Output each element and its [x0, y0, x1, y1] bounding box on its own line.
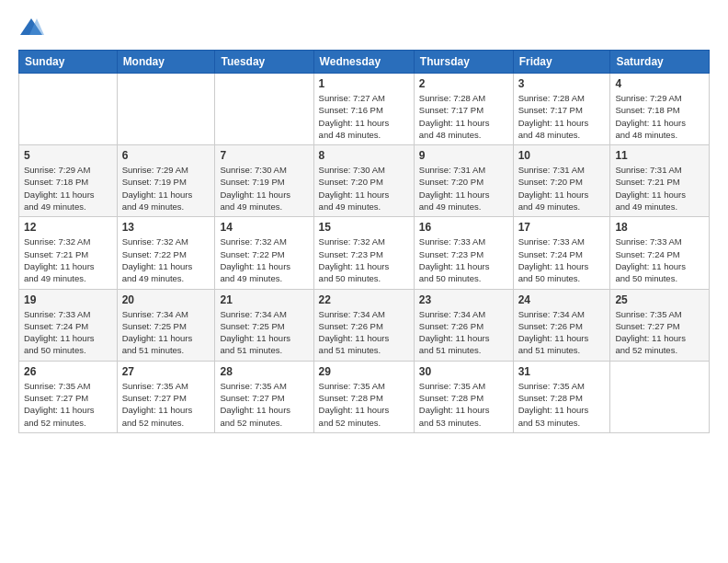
day-number: 6	[122, 149, 210, 162]
day-number: 27	[122, 365, 210, 378]
day-number: 29	[319, 365, 409, 378]
day-info: Sunrise: 7:33 AM Sunset: 7:24 PM Dayligh…	[615, 236, 704, 284]
week-row-4: 19Sunrise: 7:33 AM Sunset: 7:24 PM Dayli…	[19, 289, 710, 361]
day-number: 1	[319, 77, 409, 90]
logo-icon	[18, 15, 44, 40]
col-header-sunday: Sunday	[19, 51, 118, 74]
day-cell: 31Sunrise: 7:35 AM Sunset: 7:28 PM Dayli…	[513, 361, 610, 432]
day-number: 14	[220, 221, 308, 234]
week-row-2: 5Sunrise: 7:29 AM Sunset: 7:18 PM Daylig…	[19, 145, 710, 217]
day-cell: 14Sunrise: 7:32 AM Sunset: 7:22 PM Dayli…	[215, 217, 313, 289]
day-number: 9	[419, 149, 508, 162]
week-row-3: 12Sunrise: 7:32 AM Sunset: 7:21 PM Dayli…	[19, 217, 710, 289]
day-number: 8	[319, 149, 409, 162]
day-number: 26	[24, 365, 112, 378]
day-cell	[19, 74, 118, 145]
day-cell: 30Sunrise: 7:35 AM Sunset: 7:28 PM Dayli…	[414, 361, 513, 432]
day-number: 19	[24, 293, 112, 306]
day-number: 12	[24, 221, 112, 234]
logo	[18, 15, 48, 40]
day-info: Sunrise: 7:34 AM Sunset: 7:26 PM Dayligh…	[419, 308, 508, 357]
day-cell: 18Sunrise: 7:33 AM Sunset: 7:24 PM Dayli…	[610, 217, 710, 289]
day-cell	[610, 361, 710, 432]
day-number: 23	[419, 293, 508, 306]
day-info: Sunrise: 7:34 AM Sunset: 7:26 PM Dayligh…	[518, 308, 606, 357]
day-number: 10	[518, 149, 606, 162]
day-info: Sunrise: 7:33 AM Sunset: 7:24 PM Dayligh…	[518, 236, 606, 284]
day-number: 11	[615, 149, 704, 162]
day-info: Sunrise: 7:27 AM Sunset: 7:16 PM Dayligh…	[319, 92, 409, 141]
day-cell: 28Sunrise: 7:35 AM Sunset: 7:27 PM Dayli…	[215, 361, 313, 432]
day-info: Sunrise: 7:29 AM Sunset: 7:19 PM Dayligh…	[122, 164, 210, 213]
day-cell: 17Sunrise: 7:33 AM Sunset: 7:24 PM Dayli…	[513, 217, 610, 289]
calendar-table: SundayMondayTuesdayWednesdayThursdayFrid…	[18, 50, 710, 433]
day-number: 22	[319, 293, 409, 306]
day-cell: 9Sunrise: 7:31 AM Sunset: 7:20 PM Daylig…	[414, 145, 513, 217]
day-cell: 21Sunrise: 7:34 AM Sunset: 7:25 PM Dayli…	[215, 289, 313, 361]
day-info: Sunrise: 7:29 AM Sunset: 7:18 PM Dayligh…	[615, 92, 704, 141]
day-cell: 3Sunrise: 7:28 AM Sunset: 7:17 PM Daylig…	[513, 74, 610, 145]
day-number: 7	[220, 149, 308, 162]
day-number: 21	[220, 293, 308, 306]
day-cell: 12Sunrise: 7:32 AM Sunset: 7:21 PM Dayli…	[19, 217, 118, 289]
day-cell: 27Sunrise: 7:35 AM Sunset: 7:27 PM Dayli…	[117, 361, 215, 432]
day-cell: 22Sunrise: 7:34 AM Sunset: 7:26 PM Dayli…	[313, 289, 414, 361]
day-number: 18	[615, 221, 704, 234]
day-info: Sunrise: 7:33 AM Sunset: 7:23 PM Dayligh…	[419, 236, 508, 284]
day-cell: 19Sunrise: 7:33 AM Sunset: 7:24 PM Dayli…	[19, 289, 118, 361]
day-number: 25	[615, 293, 704, 306]
day-info: Sunrise: 7:34 AM Sunset: 7:26 PM Dayligh…	[319, 308, 409, 357]
day-cell: 4Sunrise: 7:29 AM Sunset: 7:18 PM Daylig…	[610, 74, 710, 145]
day-number: 17	[518, 221, 606, 234]
col-header-wednesday: Wednesday	[313, 51, 414, 74]
day-info: Sunrise: 7:32 AM Sunset: 7:22 PM Dayligh…	[220, 236, 308, 284]
day-info: Sunrise: 7:33 AM Sunset: 7:24 PM Dayligh…	[24, 308, 112, 357]
day-info: Sunrise: 7:35 AM Sunset: 7:27 PM Dayligh…	[24, 380, 112, 429]
day-info: Sunrise: 7:32 AM Sunset: 7:21 PM Dayligh…	[24, 236, 112, 284]
day-info: Sunrise: 7:32 AM Sunset: 7:22 PM Dayligh…	[122, 236, 210, 284]
page: SundayMondayTuesdayWednesdayThursdayFrid…	[0, 0, 728, 563]
day-cell: 24Sunrise: 7:34 AM Sunset: 7:26 PM Dayli…	[513, 289, 610, 361]
day-number: 13	[122, 221, 210, 234]
header	[18, 15, 710, 40]
day-number: 15	[319, 221, 409, 234]
day-info: Sunrise: 7:35 AM Sunset: 7:28 PM Dayligh…	[419, 380, 508, 429]
day-info: Sunrise: 7:28 AM Sunset: 7:17 PM Dayligh…	[518, 92, 606, 141]
day-info: Sunrise: 7:35 AM Sunset: 7:27 PM Dayligh…	[122, 380, 210, 429]
day-info: Sunrise: 7:30 AM Sunset: 7:20 PM Dayligh…	[319, 164, 409, 213]
day-cell: 26Sunrise: 7:35 AM Sunset: 7:27 PM Dayli…	[19, 361, 118, 432]
day-info: Sunrise: 7:30 AM Sunset: 7:19 PM Dayligh…	[220, 164, 308, 213]
calendar-header-row: SundayMondayTuesdayWednesdayThursdayFrid…	[19, 51, 710, 74]
day-cell: 7Sunrise: 7:30 AM Sunset: 7:19 PM Daylig…	[215, 145, 313, 217]
week-row-1: 1Sunrise: 7:27 AM Sunset: 7:16 PM Daylig…	[19, 74, 710, 145]
day-cell: 2Sunrise: 7:28 AM Sunset: 7:17 PM Daylig…	[414, 74, 513, 145]
day-info: Sunrise: 7:29 AM Sunset: 7:18 PM Dayligh…	[24, 164, 112, 213]
day-number: 2	[419, 77, 508, 90]
day-cell: 16Sunrise: 7:33 AM Sunset: 7:23 PM Dayli…	[414, 217, 513, 289]
day-info: Sunrise: 7:32 AM Sunset: 7:23 PM Dayligh…	[319, 236, 409, 284]
day-info: Sunrise: 7:35 AM Sunset: 7:28 PM Dayligh…	[518, 380, 606, 429]
day-number: 28	[220, 365, 308, 378]
day-cell: 20Sunrise: 7:34 AM Sunset: 7:25 PM Dayli…	[117, 289, 215, 361]
week-row-5: 26Sunrise: 7:35 AM Sunset: 7:27 PM Dayli…	[19, 361, 710, 432]
day-number: 3	[518, 77, 606, 90]
day-cell	[215, 74, 313, 145]
day-cell	[117, 74, 215, 145]
day-cell: 1Sunrise: 7:27 AM Sunset: 7:16 PM Daylig…	[313, 74, 414, 145]
day-info: Sunrise: 7:34 AM Sunset: 7:25 PM Dayligh…	[220, 308, 308, 357]
col-header-monday: Monday	[117, 51, 215, 74]
day-number: 30	[419, 365, 508, 378]
day-cell: 15Sunrise: 7:32 AM Sunset: 7:23 PM Dayli…	[313, 217, 414, 289]
day-cell: 8Sunrise: 7:30 AM Sunset: 7:20 PM Daylig…	[313, 145, 414, 217]
col-header-tuesday: Tuesday	[215, 51, 313, 74]
day-cell: 23Sunrise: 7:34 AM Sunset: 7:26 PM Dayli…	[414, 289, 513, 361]
day-number: 5	[24, 149, 112, 162]
day-info: Sunrise: 7:31 AM Sunset: 7:21 PM Dayligh…	[615, 164, 704, 213]
day-cell: 25Sunrise: 7:35 AM Sunset: 7:27 PM Dayli…	[610, 289, 710, 361]
day-info: Sunrise: 7:34 AM Sunset: 7:25 PM Dayligh…	[122, 308, 210, 357]
day-cell: 6Sunrise: 7:29 AM Sunset: 7:19 PM Daylig…	[117, 145, 215, 217]
day-cell: 29Sunrise: 7:35 AM Sunset: 7:28 PM Dayli…	[313, 361, 414, 432]
day-number: 4	[615, 77, 704, 90]
day-info: Sunrise: 7:35 AM Sunset: 7:28 PM Dayligh…	[319, 380, 409, 429]
day-info: Sunrise: 7:28 AM Sunset: 7:17 PM Dayligh…	[419, 92, 508, 141]
